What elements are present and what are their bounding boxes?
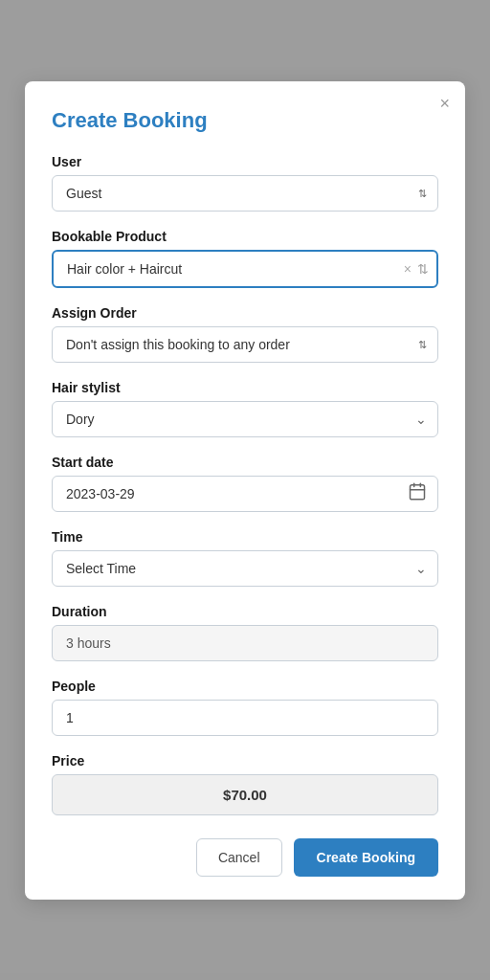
time-select[interactable]: Select Time: [52, 550, 438, 587]
modal-overlay: × Create Booking User Guest ⇅ Bookable P…: [0, 0, 490, 980]
create-booking-modal: × Create Booking User Guest ⇅ Bookable P…: [25, 81, 465, 900]
price-value: $70.00: [52, 774, 438, 815]
start-date-label: Start date: [52, 455, 438, 470]
product-input-icons: × ⇅: [404, 261, 429, 277]
time-label: Time: [52, 529, 438, 545]
user-label: User: [52, 154, 438, 169]
close-button[interactable]: ×: [439, 95, 450, 112]
people-field-group: People: [52, 679, 438, 736]
bookable-product-input[interactable]: [52, 250, 438, 288]
duration-field-group: Duration 3 hours: [52, 604, 438, 661]
price-field-group: Price $70.00: [52, 753, 438, 815]
start-date-input[interactable]: [52, 476, 438, 512]
duration-value: 3 hours: [52, 625, 438, 661]
hair-stylist-select-wrapper: Dory ⌄: [52, 401, 438, 437]
bookable-product-input-wrapper: × ⇅: [52, 250, 438, 288]
people-label: People: [52, 679, 438, 694]
assign-order-select-wrapper: Don't assign this booking to any order ⇅: [52, 326, 438, 363]
hair-stylist-select[interactable]: Dory: [52, 401, 438, 437]
people-input[interactable]: [52, 700, 438, 736]
modal-footer: Cancel Create Booking: [52, 838, 438, 877]
assign-order-select[interactable]: Don't assign this booking to any order: [52, 326, 438, 363]
price-label: Price: [52, 753, 438, 768]
start-date-field-group: Start date: [52, 455, 438, 512]
user-select[interactable]: Guest: [52, 175, 438, 212]
hair-stylist-label: Hair stylist: [52, 380, 438, 395]
bookable-product-field-group: Bookable Product × ⇅: [52, 229, 438, 288]
assign-order-field-group: Assign Order Don't assign this booking t…: [52, 305, 438, 363]
create-booking-button[interactable]: Create Booking: [294, 838, 438, 877]
bookable-product-label: Bookable Product: [52, 229, 438, 244]
user-select-wrapper: Guest ⇅: [52, 175, 438, 212]
clear-product-icon[interactable]: ×: [404, 261, 412, 277]
hair-stylist-field-group: Hair stylist Dory ⌄: [52, 380, 438, 437]
user-field-group: User Guest ⇅: [52, 154, 438, 212]
time-field-group: Time Select Time ⌄: [52, 529, 438, 587]
product-updown-icon: ⇅: [417, 261, 429, 277]
start-date-input-wrapper: [52, 476, 438, 512]
modal-title: Create Booking: [52, 108, 438, 133]
assign-order-label: Assign Order: [52, 305, 438, 321]
time-select-wrapper: Select Time ⌄: [52, 550, 438, 587]
duration-label: Duration: [52, 604, 438, 619]
cancel-button[interactable]: Cancel: [196, 838, 282, 877]
